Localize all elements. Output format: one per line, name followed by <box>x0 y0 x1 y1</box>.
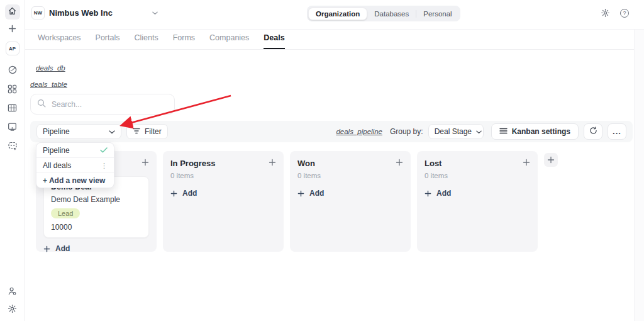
view-selector-button[interactable]: Pipeline <box>36 124 121 139</box>
tables-button[interactable] <box>7 103 18 115</box>
kanban-settings-button[interactable]: Kanban settings <box>491 123 579 140</box>
left-sidebar: AP <box>0 0 25 321</box>
assistant-icon <box>8 140 18 153</box>
refresh-icon <box>589 127 597 137</box>
scope-segmented-control: Organization Databases Personal <box>307 6 460 21</box>
tab-workspaces[interactable]: Workspaces <box>38 33 81 49</box>
filter-icon <box>133 127 140 136</box>
right-gutter <box>634 0 644 321</box>
chevron-down-icon <box>109 127 115 136</box>
add-card-label: Add <box>309 189 324 198</box>
menu-item-pipeline[interactable]: Pipeline <box>36 143 114 158</box>
column-add-icon[interactable] <box>523 159 530 166</box>
plus-icon <box>8 24 16 35</box>
tab-clients[interactable]: Clients <box>134 33 158 49</box>
check-icon <box>100 146 108 155</box>
menu-item-label: Pipeline <box>43 146 70 155</box>
home-button[interactable] <box>5 4 20 20</box>
group-by-select[interactable]: Deal Stage <box>428 124 484 139</box>
chevron-down-icon <box>476 127 482 136</box>
plus-icon <box>297 190 304 197</box>
kanban-settings-label: Kanban settings <box>512 127 570 136</box>
plus-icon <box>547 156 555 164</box>
toolbar-left-group: Pipeline Filter <box>36 124 168 139</box>
menu-item-all-deals[interactable]: All deals ⋮ <box>36 158 114 173</box>
grid-icon <box>8 84 17 96</box>
add-new-view-button[interactable]: + Add a new view <box>36 173 114 188</box>
avatar-initials: AP <box>6 42 19 55</box>
org-switcher[interactable]: NW Nimbus Web Inc <box>31 6 158 20</box>
add-workspace-button[interactable] <box>8 25 18 35</box>
filter-label: Filter <box>145 127 162 136</box>
apps-button[interactable] <box>7 84 18 96</box>
add-card-button[interactable]: Add <box>43 244 149 253</box>
add-card-button[interactable]: Add <box>170 189 276 198</box>
add-card-button[interactable]: Add <box>297 189 403 198</box>
display-icon <box>8 122 17 134</box>
view-selector-value: Pipeline <box>43 127 70 136</box>
segment-personal[interactable]: Personal <box>416 8 458 20</box>
add-card-label: Add <box>182 189 197 198</box>
orbit-icon <box>8 65 18 77</box>
person-add-icon <box>8 286 17 298</box>
column-header: Won <box>297 159 403 168</box>
column-title: In Progress <box>170 159 216 168</box>
add-card-label: Add <box>55 244 70 253</box>
deals-pipeline-link[interactable]: deals_pipeline <box>336 128 382 135</box>
column-title: Lost <box>425 159 441 168</box>
card-subtitle: Demo Deal Example <box>51 195 142 204</box>
view-selector-menu: Pipeline All deals ⋮ + Add a new view <box>36 142 114 188</box>
screens-button[interactable] <box>7 122 18 133</box>
deals-db-link[interactable]: deals_db <box>36 64 65 72</box>
add-column-button[interactable] <box>544 153 558 167</box>
segment-organization[interactable]: Organization <box>308 8 367 20</box>
sidebar-settings-button[interactable] <box>7 304 18 315</box>
column-count: 0 items <box>425 172 530 179</box>
user-avatar[interactable]: AP <box>6 42 19 55</box>
search-input[interactable] <box>52 100 158 109</box>
add-card-label: Add <box>436 189 451 198</box>
group-by-label: Group by: <box>390 127 423 136</box>
tab-companies[interactable]: Companies <box>209 33 249 49</box>
column-header: Lost <box>425 159 530 168</box>
tab-deals[interactable]: Deals <box>264 33 284 49</box>
toolbar-right-group: deals_pipeline Group by: Deal Stage Kanb… <box>336 123 626 140</box>
refresh-button[interactable] <box>584 123 602 140</box>
members-button[interactable] <box>7 286 18 298</box>
add-card-button[interactable]: Add <box>425 189 530 198</box>
plus-icon <box>170 190 177 197</box>
column-add-icon[interactable] <box>396 159 403 166</box>
kebab-icon[interactable]: ⋮ <box>101 162 108 169</box>
section-tabs: Workspaces Portals Clients Forms Compani… <box>25 30 644 50</box>
column-add-icon[interactable] <box>142 159 149 166</box>
kanban-toolbar: Pipeline Filter deals_pipeline Group by:… <box>30 121 633 142</box>
plus-icon <box>425 190 431 197</box>
chevron-down-icon <box>152 11 158 15</box>
help-button[interactable]: ? <box>620 9 629 18</box>
kanban-column-in-progress: In Progress 0 items Add <box>163 151 284 252</box>
settings-gear-button[interactable] <box>601 8 610 18</box>
column-title: Won <box>297 159 315 168</box>
more-options-button[interactable]: ... <box>608 123 626 140</box>
tab-forms[interactable]: Forms <box>173 33 195 49</box>
card-amount: 10000 <box>51 223 142 232</box>
filter-button[interactable]: Filter <box>126 124 168 139</box>
ellipsis-icon: ... <box>613 128 621 135</box>
column-count: 0 items <box>170 172 276 179</box>
segment-databases[interactable]: Databases <box>367 8 416 20</box>
app-window: AP NW Nimbus Web Inc Organ <box>0 0 644 321</box>
tab-portals[interactable]: Portals <box>96 33 120 49</box>
table-icon <box>8 103 17 115</box>
portals-button[interactable] <box>7 65 18 77</box>
org-logo: NW <box>31 6 45 20</box>
kanban-column-lost: Lost 0 items Add <box>417 151 538 252</box>
card-stage-badge: Lead <box>51 208 80 218</box>
lines-icon <box>499 127 508 136</box>
search-icon <box>37 99 46 110</box>
home-icon <box>8 6 17 18</box>
column-add-icon[interactable] <box>269 159 276 166</box>
plus-icon <box>43 245 50 252</box>
gear-icon <box>8 304 17 316</box>
assistant-button[interactable] <box>7 141 18 152</box>
deals-table-link[interactable]: deals_table <box>30 81 67 88</box>
